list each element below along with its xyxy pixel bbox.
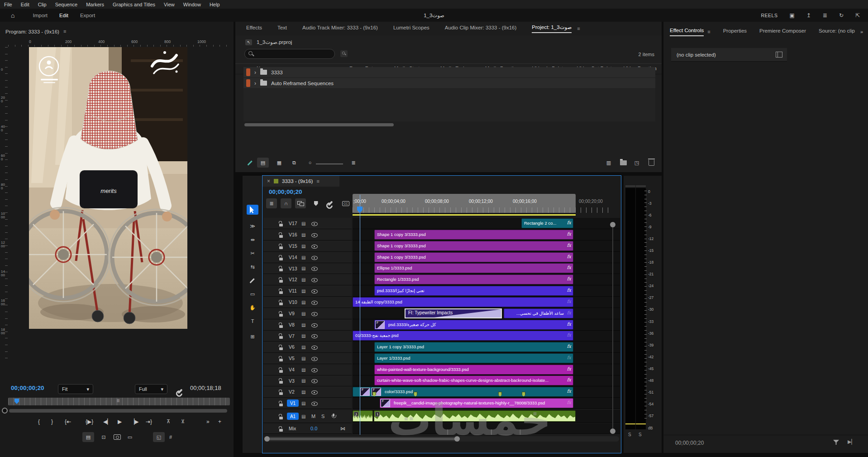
timeline-clip[interactable]: Layer 1/3333.psdfx [374, 353, 573, 363]
filter-funnel-icon[interactable] [833, 440, 839, 446]
nest-sequences-icon[interactable]: ≣ [266, 198, 277, 208]
tab-text[interactable]: Text [277, 25, 287, 32]
tab-lumetri-scopes[interactable]: Lumetri Scopes [393, 25, 429, 32]
toggle-track-output-icon[interactable] [311, 389, 318, 395]
toggle-track-output-icon[interactable] [311, 221, 318, 226]
zoom-level-dropdown[interactable]: Fit▾ [58, 384, 93, 394]
selection-tool[interactable] [247, 205, 258, 215]
rectangle-tool[interactable]: ▭ [247, 289, 258, 299]
lock-icon[interactable] [279, 400, 283, 406]
track-header-a1[interactable]: A1 ▤ M S [263, 410, 352, 423]
go-to-out-icon[interactable]: ⇥} [146, 419, 152, 425]
add-marker-icon[interactable] [310, 198, 321, 208]
zoom-handle-left[interactable] [264, 436, 270, 442]
program-scrollbar[interactable] [2, 408, 230, 414]
scrubber-playhead[interactable] [14, 399, 19, 404]
timeline-clip[interactable]: Layer 1 copy 3/3333.psdfx [374, 342, 573, 352]
track-label[interactable]: V6 [289, 344, 295, 350]
sync-lock-icon[interactable]: ▤ [301, 390, 305, 394]
tab-audio-clip-mixer[interactable]: Audio Clip Mixer: 3333 - (9x16) [445, 25, 517, 32]
menu-file[interactable]: File [4, 2, 12, 7]
program-scrubber[interactable]: lll [8, 398, 230, 405]
track-header-v5[interactable]: V5▤ [263, 353, 352, 364]
menu-sequence[interactable]: Sequence [55, 2, 78, 7]
track-header-v14[interactable]: V14▤ [263, 252, 352, 263]
sync-lock-icon[interactable]: ▤ [301, 221, 305, 226]
timeline-ruler-ticks[interactable] [353, 207, 610, 213]
audio-clip[interactable]: 1 [353, 410, 373, 422]
toggle-track-output-icon[interactable] [311, 311, 318, 317]
program-panel-title[interactable]: Program: 3333 - (9x16) [5, 29, 59, 34]
lock-icon[interactable] [279, 243, 283, 249]
delete-icon[interactable] [645, 158, 657, 168]
sync-lock-icon[interactable]: ▤ [301, 333, 305, 338]
sync-lock-icon[interactable]: ▤ [301, 367, 305, 372]
solo-button[interactable]: S [628, 432, 631, 437]
timeline-clip[interactable]: Rectangle 1/3333.psdfx [374, 274, 573, 284]
snap-magnet-icon[interactable]: ∩ [281, 198, 291, 208]
label-color-swatch[interactable] [246, 68, 250, 76]
track-header-v13[interactable]: V13▤ [263, 263, 352, 274]
track-label[interactable]: V15 [289, 243, 297, 249]
settings-filmstrip-icon[interactable]: ▤ [82, 432, 94, 442]
track-header-v15[interactable]: V15▤ [263, 241, 352, 252]
track-lane[interactable] [353, 218, 620, 229]
sync-lock-icon[interactable]: ▤ [301, 378, 305, 383]
slip-tool[interactable]: ⇆ [247, 262, 258, 272]
lock-icon[interactable] [279, 367, 283, 373]
sync-lock-icon[interactable]: ▤ [301, 244, 305, 249]
project-horizontal-scrollbar[interactable] [244, 123, 394, 126]
lock-icon[interactable] [279, 221, 283, 226]
sync-lock-icon[interactable]: ▤ [301, 356, 305, 361]
panel-menu-icon[interactable]: ≡ [577, 26, 580, 31]
track-header-v17[interactable]: V17▤ [263, 218, 352, 229]
toggle-track-output-icon[interactable] [311, 277, 318, 283]
lock-icon[interactable] [279, 344, 283, 350]
new-item-icon[interactable]: ◳ [631, 158, 643, 168]
grid-overlay-icon[interactable]: # [165, 432, 176, 442]
source-patch-badge[interactable]: A1 [287, 413, 299, 420]
timeline-clip[interactable]: Rectangle 2 co...fx [521, 218, 573, 228]
label-color-swatch[interactable] [246, 79, 250, 87]
mark-out-icon[interactable]: } [51, 419, 53, 425]
program-video-frame[interactable]: merits [29, 47, 187, 329]
extract-icon[interactable]: ⊻ [181, 419, 185, 424]
project-search-input[interactable] [244, 49, 335, 59]
captions-icon[interactable]: CC [340, 198, 351, 208]
timeline-clip[interactable]: تعني إنجازًا كبيرًا/3333.psdfx [374, 286, 573, 296]
timeline-timecode[interactable]: 00;00;00;20 [269, 188, 302, 195]
safe-margins-icon[interactable]: ▭ [124, 432, 136, 442]
type-tool[interactable]: T [247, 316, 258, 326]
panel-menu-icon[interactable]: ≡ [707, 29, 710, 34]
scrollbar-handle[interactable] [610, 428, 615, 434]
go-to-in-icon[interactable]: {⇤ [65, 419, 71, 425]
track-select-forward-tool[interactable]: ≫ [247, 221, 258, 231]
track-header-v7[interactable]: V7▤ [263, 331, 352, 342]
lock-icon[interactable] [279, 255, 283, 260]
timeline-clip[interactable]: جمعية نفح-01/3333.psdfx [353, 331, 573, 341]
lock-icon[interactable] [279, 322, 283, 328]
track-header-v12[interactable]: V12▤ [263, 274, 352, 285]
tab-effect-controls[interactable]: Effect Controls [670, 28, 704, 36]
panel-toggle-icon[interactable] [776, 52, 782, 58]
track-header-v1[interactable]: V1▤ [263, 398, 352, 409]
lock-icon[interactable] [279, 333, 283, 339]
project-row-bin-auto-reframed[interactable]: › Auto Reframed Sequences [243, 78, 655, 88]
close-icon[interactable]: × [267, 178, 270, 184]
tab-project[interactable]: Project: 1_3صوت [532, 24, 572, 33]
automate-to-sequence-icon[interactable]: ▥ [603, 158, 615, 168]
track-label[interactable]: V7 [289, 333, 295, 339]
tab-import[interactable]: Import [33, 13, 48, 18]
toggle-track-output-icon[interactable] [311, 400, 318, 406]
settings-wrench-icon[interactable] [177, 389, 182, 394]
track-header-v11[interactable]: V11▤ [263, 285, 352, 297]
sort-options-icon[interactable]: ≣ [348, 158, 359, 168]
toggle-track-output-icon[interactable] [311, 265, 318, 271]
sequence-tab[interactable]: × 3333 - (9x16) ≡ [262, 176, 339, 187]
clip-marker-icon[interactable] [372, 392, 376, 397]
navigate-up-icon[interactable]: ↖ [245, 39, 252, 45]
track-label[interactable]: V3 [289, 378, 295, 384]
workspace-label[interactable]: REELS [761, 13, 777, 18]
track-label[interactable]: V5 [289, 356, 295, 361]
proxies-toggle-icon[interactable]: ◱ [153, 432, 165, 442]
